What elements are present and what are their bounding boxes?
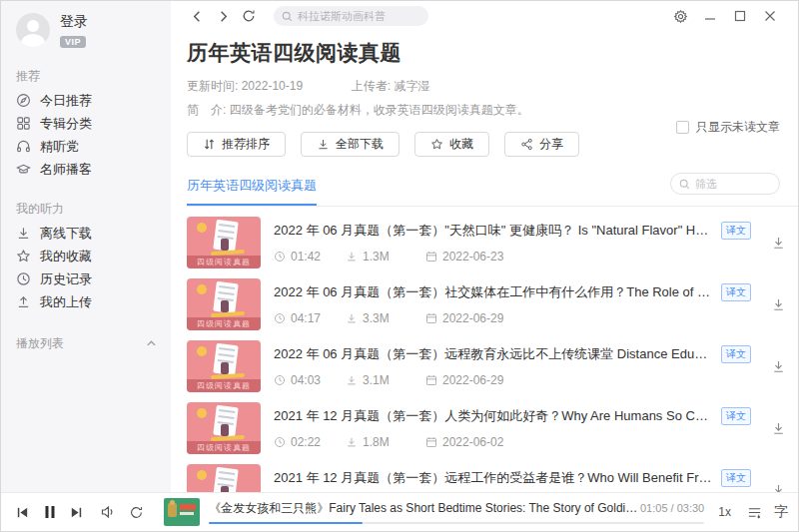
episode-size: 1.8M — [363, 435, 390, 449]
maximize-button[interactable] — [728, 5, 752, 27]
now-playing-title[interactable]: 《金发女孩和三只熊》Fairy Tales as Short Bedtime S… — [209, 500, 638, 517]
avatar[interactable] — [16, 13, 50, 47]
sidebar-item-categories[interactable]: 专辑分类 — [1, 112, 171, 135]
previous-track-button[interactable] — [9, 498, 36, 526]
episode-title[interactable]: 2021 年 12 月真题（第一套）人类为何如此好奇？Why Are Human… — [274, 407, 713, 425]
updated-label: 更新时间: — [187, 79, 238, 93]
close-button[interactable] — [758, 5, 782, 27]
translation-badge[interactable]: 译文 — [721, 345, 751, 363]
sort-button[interactable]: 推荐排序 — [187, 132, 286, 157]
search-box[interactable] — [274, 6, 428, 26]
clock-icon — [274, 436, 291, 448]
settings-gear-button[interactable] — [668, 5, 692, 27]
episode-download-button[interactable] — [758, 297, 798, 312]
volume-button[interactable] — [94, 498, 121, 526]
unread-filter: 只显示未读文章 — [676, 119, 780, 136]
sidebar-section-my-listening: 我的听力 — [1, 201, 171, 218]
subtitle-button[interactable]: 字 — [774, 503, 788, 521]
episode-duration: 01:42 — [291, 250, 321, 264]
clock-icon — [16, 271, 40, 286]
filter-box[interactable] — [670, 173, 780, 195]
tab-album[interactable]: 历年英语四级阅读真题 — [187, 177, 317, 206]
episode-row[interactable]: 四级阅读真题 2021 年 12 月真题（第一套）人类为何如此好奇？Why Ar… — [187, 392, 798, 454]
progress-bar[interactable] — [209, 522, 704, 524]
search-icon — [679, 179, 690, 190]
episode-date: 2022-06-02 — [442, 435, 503, 449]
episode-row[interactable]: 四级阅读真题 2022 年 06 月真题（第一套）社交媒体在工作中有什么作用？T… — [187, 268, 798, 330]
topbar — [171, 1, 798, 31]
thumbnail-caption: 四级阅读真题 — [187, 256, 261, 268]
sidebar-item-intensive-listening[interactable]: 精听党 — [1, 135, 171, 158]
episode-thumbnail: 四级阅读真题 — [187, 217, 261, 268]
thumbnail-caption: 四级阅读真题 — [187, 441, 261, 454]
search-icon — [282, 11, 293, 22]
sidebar-item-today[interactable]: 今日推荐 — [1, 89, 171, 112]
intro-label: 简 介: — [187, 103, 226, 117]
album-intro: 简 介: 四级备考党们的必备材料，收录英语四级阅读真题文章。 — [187, 102, 798, 119]
favorite-button[interactable]: 收藏 — [414, 132, 489, 157]
repeat-button[interactable] — [123, 498, 150, 526]
search-input[interactable] — [298, 10, 420, 22]
next-track-button[interactable] — [63, 498, 90, 526]
login-button[interactable]: 登录 — [60, 13, 88, 31]
episode-date: 2022-06-29 — [442, 311, 503, 325]
vip-badge[interactable]: VIP — [60, 36, 86, 48]
episode-row[interactable]: 四级阅读真题 2022 年 06 月真题（第一套）远程教育永远比不上传统课堂 D… — [187, 330, 798, 392]
episode-duration: 02:22 — [291, 435, 321, 449]
minimize-button[interactable] — [698, 5, 722, 27]
unread-checkbox[interactable] — [676, 121, 689, 134]
episode-download-button[interactable] — [758, 421, 798, 436]
uploader-value: 减字湿 — [394, 79, 429, 93]
filter-input[interactable] — [695, 178, 771, 190]
translation-badge[interactable]: 译文 — [721, 222, 751, 240]
sidebar-item-teacher-podcast[interactable]: 名师播客 — [1, 158, 171, 181]
episode-duration: 04:03 — [291, 373, 321, 387]
episode-title[interactable]: 2022 年 06 月真题（第一套）社交媒体在工作中有什么作用？The Role… — [274, 283, 713, 301]
episode-title[interactable]: 2021 年 12 月真题（第一套）远程工作的受益者是谁？Who Will Be… — [274, 469, 713, 487]
intro-value: 四级备考党们的必备材料，收录英语四级阅读真题文章。 — [230, 103, 529, 117]
episode-row[interactable]: 四级阅读真题 2021 年 12 月真题（第一套）远程工作的受益者是谁？Who … — [187, 454, 798, 492]
playback-speed-button[interactable]: 1x — [718, 505, 731, 519]
forward-button[interactable] — [212, 5, 234, 27]
window-controls — [668, 5, 782, 27]
episode-title[interactable]: 2022 年 06 月真题（第一套）远程教育永远比不上传统课堂 Distance… — [274, 345, 713, 363]
playlist-icon[interactable] — [741, 498, 768, 526]
translation-badge[interactable]: 译文 — [721, 469, 751, 487]
sidebar-item-my-uploads[interactable]: 我的上传 — [1, 290, 171, 313]
updated-value: 2022-10-19 — [242, 79, 303, 93]
episode-download-button[interactable] — [758, 483, 798, 493]
share-button[interactable]: 分享 — [504, 132, 579, 157]
episode-duration: 04:17 — [291, 311, 321, 325]
app-window: 登录 VIP 推荐 今日推荐 专辑分类 — [0, 0, 799, 532]
calendar-icon — [425, 312, 442, 324]
headphones-icon — [16, 139, 40, 154]
now-playing-info: 《金发女孩和三只熊》Fairy Tales as Short Bedtime S… — [209, 500, 704, 524]
download-icon — [16, 226, 40, 241]
clock-icon — [274, 251, 291, 263]
translation-badge[interactable]: 译文 — [721, 407, 751, 425]
episode-size: 3.1M — [363, 373, 390, 387]
sidebar-item-offline-download[interactable]: 离线下载 — [1, 222, 171, 245]
download-icon — [346, 251, 363, 263]
now-playing-thumbnail[interactable] — [164, 498, 200, 526]
star-icon — [16, 249, 40, 264]
episode-meta: 02:22 1.8M 2022-06-02 — [274, 435, 758, 449]
episode-row[interactable]: 四级阅读真题 2022 年 06 月真题（第一套）"天然口味" 更健康吗？ Is… — [187, 207, 798, 268]
translation-badge[interactable]: 译文 — [721, 283, 751, 301]
pause-button[interactable] — [36, 498, 63, 526]
download-all-button[interactable]: 全部下载 — [301, 132, 400, 157]
episode-thumbnail: 四级阅读真题 — [187, 340, 261, 392]
graduation-cap-icon — [16, 162, 40, 177]
sidebar-section-recommend: 推荐 — [1, 68, 171, 85]
episode-list: 四级阅读真题 2022 年 06 月真题（第一套）"天然口味" 更健康吗？ Is… — [187, 207, 798, 492]
episode-thumbnail: 四级阅读真题 — [187, 464, 261, 492]
episode-download-button[interactable] — [758, 359, 798, 374]
sidebar-item-history[interactable]: 历史记录 — [1, 267, 171, 290]
playlist-toggle[interactable]: 播放列表 — [1, 335, 171, 352]
back-button[interactable] — [186, 5, 208, 27]
episode-download-button[interactable] — [758, 236, 798, 251]
episode-meta: 04:17 3.3M 2022-06-29 — [274, 311, 758, 325]
refresh-button[interactable] — [238, 5, 260, 27]
episode-title[interactable]: 2022 年 06 月真题（第一套）"天然口味" 更健康吗？ Is "Natur… — [274, 222, 713, 240]
sidebar-item-favorites[interactable]: 我的收藏 — [1, 245, 171, 267]
